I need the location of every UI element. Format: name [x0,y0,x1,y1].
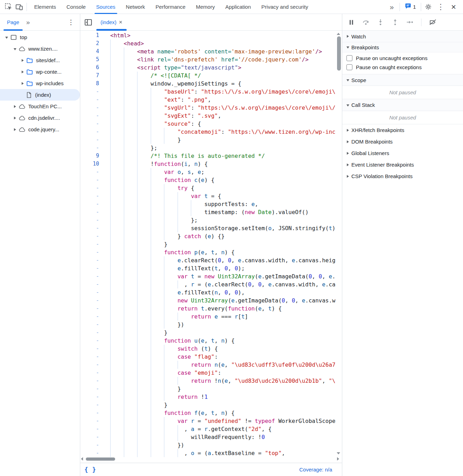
line-number-gutter[interactable]: - [80,288,99,296]
line-number-gutter[interactable]: - [80,248,99,256]
issues-button[interactable]: 1 [402,3,419,11]
code-text[interactable]: return !n(e, "\ud83d\udc26\u200d\u2b1b",… [110,377,335,385]
tab-page[interactable]: Page [3,14,23,31]
code-text[interactable]: }) [110,321,335,329]
breakpoint-gutter[interactable] [99,401,110,409]
tree-item-cdn-jsdelivr[interactable]: cdn.jsdelivr.... [0,112,80,124]
breakpoint-gutter[interactable] [99,200,110,208]
breakpoint-gutter[interactable] [99,288,110,296]
code-text[interactable]: try { [110,184,335,192]
line-number-gutter[interactable]: - [80,272,99,280]
code-text[interactable]: sessionStorage.setItem(o, JSON.stringify… [110,224,335,232]
breakpoint-gutter[interactable] [99,96,110,104]
code-text[interactable]: "concatemoji": "https:\/\/www.tizen.org\… [110,128,335,136]
line-number-gutter[interactable]: - [80,433,99,441]
tab-privacy-and-security[interactable]: Privacy and security [256,0,313,14]
line-number-gutter[interactable]: - [80,449,99,457]
section-scope[interactable]: Scope [342,74,463,86]
breakpoint-gutter[interactable] [99,88,110,96]
breakpoint-gutter[interactable] [99,120,110,128]
breakpoint-gutter[interactable] [99,176,110,184]
pause-on-uncaught-exceptions[interactable]: Pause on uncaught exceptions [342,53,463,63]
code-text[interactable]: "svgExt": ".svg", [110,112,335,120]
horizontal-scrollbar[interactable] [81,457,339,461]
line-number-gutter[interactable]: - [80,144,99,152]
code-text[interactable]: /* <![CDATA[ */ [110,72,335,80]
code-text[interactable]: , o = (a.textBaseline = "top", [110,449,335,457]
breakpoint-gutter[interactable] [99,280,110,288]
code-text[interactable]: } [110,136,335,144]
line-number-gutter[interactable]: - [80,409,99,417]
line-number-gutter[interactable]: - [80,184,99,192]
breakpoint-gutter[interactable] [99,47,110,56]
breakpoint-gutter[interactable] [99,64,110,72]
code-text[interactable]: <html> [110,31,335,39]
code-text[interactable]: supportTests: e, [110,200,335,208]
code-text[interactable]: e.fillText(t, 0, 0); [110,264,335,272]
breakpoint-gutter[interactable] [99,208,110,216]
line-number-gutter[interactable]: 4 [80,47,99,56]
line-number-gutter[interactable]: - [80,104,99,112]
code-text[interactable]: <meta name='robots' content='max-image-p… [110,47,335,56]
code-text[interactable]: var o, s, e; [110,168,335,176]
breakpoint-gutter[interactable] [99,296,110,305]
breakpoint-gutter[interactable] [99,256,110,264]
breakpoint-gutter[interactable] [99,321,110,329]
breakpoint-gutter[interactable] [99,417,110,425]
code-text[interactable]: } [110,240,335,248]
code-text[interactable]: function c(e) { [110,176,335,184]
editor-tab-index[interactable]: (index) × [96,14,127,31]
code-text[interactable]: /*! This file is auto-generated */ [110,152,335,160]
breakpoint-gutter[interactable] [99,449,110,457]
breakpoint-gutter[interactable] [99,104,110,112]
line-number-gutter[interactable]: - [80,280,99,288]
chevron-down-icon[interactable] [5,37,8,39]
breakpoint-gutter[interactable] [99,152,110,160]
pretty-print-button[interactable]: { } [84,466,96,473]
coverage-link[interactable]: Coverage: n/a [299,467,332,473]
line-number-gutter[interactable]: - [80,361,99,369]
step-out-icon[interactable] [391,18,399,26]
code-text[interactable]: switch (t) { [110,345,335,353]
code-text[interactable]: "ext": ".png", [110,96,335,104]
code-text[interactable]: new Uint32Array(e.getImageData(0, 0, e.c… [110,296,335,305]
close-tab-icon[interactable]: × [119,19,122,26]
tree-item-top[interactable]: top [0,31,80,43]
breakpoint-gutter[interactable] [99,441,110,449]
breakpoint-gutter[interactable] [99,305,110,313]
line-number-gutter[interactable]: - [80,120,99,128]
code-text[interactable]: } catch (e) {} [110,232,335,240]
code-text[interactable]: e.fillText(n, 0, 0), [110,288,335,296]
breakpoint-gutter[interactable] [99,240,110,248]
breakpoint-gutter[interactable] [99,168,110,176]
breakpoint-gutter[interactable] [99,160,110,168]
code-text[interactable]: var r = "undefined" != typeof WorkerGlob… [110,417,335,425]
line-number-gutter[interactable]: - [80,425,99,433]
tree-item-touchen-pc[interactable]: TouchEn PC... [0,101,80,112]
breakpoint-gutter[interactable] [99,192,110,200]
line-number-gutter[interactable]: 5 [80,56,99,64]
breakpoint-gutter[interactable] [99,31,110,39]
section-breakpoints[interactable]: Breakpoints [342,42,463,52]
line-number-gutter[interactable]: - [80,216,99,224]
chevron-right-icon[interactable] [22,82,24,85]
code-text[interactable]: <link rel='dns-prefetch' href='//code.jq… [110,56,335,64]
breakpoint-gutter[interactable] [99,369,110,377]
code-text[interactable]: var t = new Uint32Array(e.getImageData(0… [110,272,335,280]
breakpoint-gutter[interactable] [99,224,110,232]
vertical-scrollbar-thumb[interactable] [337,36,341,71]
code-text[interactable]: case "emoji": [110,369,335,377]
scroll-down-icon[interactable] [337,452,340,454]
inspect-icon[interactable] [3,2,14,12]
section-csp-violation-breakpoints[interactable]: CSP Violation Breakpoints [342,170,463,182]
chevron-right-icon[interactable] [22,71,24,73]
code-text[interactable]: return !1 [110,393,335,401]
line-number-gutter[interactable]: 7 [80,72,99,80]
line-number-gutter[interactable]: 1 [80,31,99,39]
line-number-gutter[interactable]: - [80,112,99,120]
tab-memory[interactable]: Memory [191,0,220,14]
code-text[interactable]: function f(e, t, n) { [110,409,335,417]
tree-item-index[interactable]: (index) [0,89,80,101]
code-text[interactable]: <script type="text/javascript"> [110,64,335,72]
line-number-gutter[interactable]: - [80,200,99,208]
